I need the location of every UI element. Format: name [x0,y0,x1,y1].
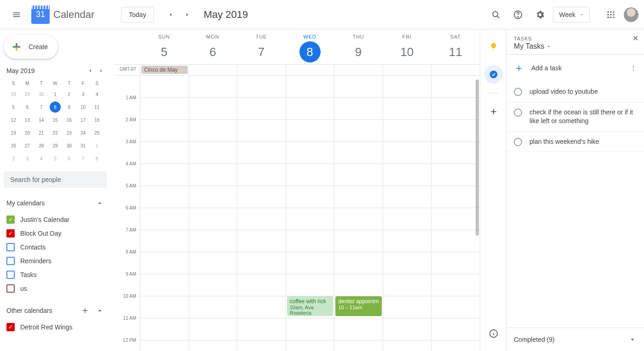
mini-day-cell[interactable]: 28 [36,140,47,151]
allday-cell[interactable] [286,65,334,75]
search-icon[interactable] [487,6,505,24]
calendar-checkbox[interactable]: ✓ [6,323,15,331]
allday-cell[interactable] [431,65,480,75]
day-header[interactable]: THU9 [334,29,383,64]
mini-day-cell[interactable]: 3 [22,153,33,164]
main-menu-button[interactable] [6,4,28,26]
task-item[interactable]: upload video to youtube [506,82,644,102]
create-button[interactable]: Create [4,35,58,59]
mini-day-cell[interactable]: 12 [8,114,19,125]
mini-day-cell[interactable]: 19 [8,127,19,138]
mini-day-cell[interactable]: 27 [22,140,33,151]
tasks-icon[interactable] [484,65,503,84]
allday-cell[interactable] [383,65,431,75]
calendar-item[interactable]: ✓Detroit Red Wings [4,320,107,334]
calendar-item[interactable]: us [4,282,107,295]
mini-day-cell[interactable]: 23 [63,127,75,138]
mini-day-cell[interactable]: 3 [78,89,89,100]
mini-day-cell[interactable]: 5 [8,102,19,113]
mini-day-cell[interactable]: 8 [50,102,61,113]
day-header[interactable]: TUE7 [237,29,286,64]
calendar-checkbox[interactable] [6,284,15,293]
day-column[interactable] [383,76,431,351]
add-addon-icon[interactable] [484,102,503,121]
mini-day-cell[interactable]: 11 [92,102,103,113]
calendar-event[interactable]: coffee with rick10am, Ava Roasteria [287,296,334,316]
mini-day-cell[interactable]: 6 [22,102,33,113]
mini-day-cell[interactable]: 29 [50,140,61,151]
task-menu-icon[interactable]: ⋮ [630,64,637,72]
allday-cell[interactable] [237,65,286,75]
calendar-checkbox[interactable] [6,243,15,251]
allday-cell[interactable]: Cinco de May [140,65,189,75]
day-header[interactable]: MON6 [189,29,237,64]
day-column[interactable] [237,76,286,351]
mini-day-cell[interactable]: 30 [63,140,75,151]
mini-day-cell[interactable]: 4 [92,89,103,100]
task-complete-radio[interactable] [514,138,522,146]
next-week-button[interactable] [180,7,195,22]
account-avatar[interactable] [624,7,638,22]
mini-day-cell[interactable]: 28 [8,89,19,100]
day-column[interactable] [431,76,480,351]
add-task-button[interactable]: ＋ Add a task ⋮ [506,55,644,82]
today-button[interactable]: Today [121,7,154,23]
mini-day-cell[interactable]: 6 [63,153,75,164]
mini-day-cell[interactable]: 9 [63,102,75,113]
mini-day-cell[interactable]: 1 [92,140,103,151]
calendar-item[interactable]: Tasks [4,268,107,282]
mini-day-cell[interactable]: 24 [78,127,89,138]
mini-day-cell[interactable]: 1 [50,89,61,100]
mini-day-cell[interactable]: 15 [50,114,61,125]
mini-day-cell[interactable]: 14 [36,114,47,125]
calendar-checkbox[interactable] [6,271,15,279]
mini-day-cell[interactable]: 26 [8,140,19,151]
mini-day-cell[interactable]: 4 [36,153,47,164]
help-icon[interactable] [509,6,527,24]
mini-day-cell[interactable]: 7 [78,153,89,164]
settings-icon[interactable] [531,6,549,24]
mini-next-month[interactable] [98,68,104,74]
mini-day-cell[interactable]: 13 [22,114,33,125]
calendar-checkbox[interactable] [6,257,15,265]
apps-grid-icon[interactable] [602,6,620,24]
day-column[interactable]: coffee with rick10am, Ava Roasteria [286,76,334,351]
mini-day-cell[interactable]: 29 [22,89,33,100]
calendar-item[interactable]: Reminders [4,254,107,268]
info-icon[interactable] [484,324,503,343]
day-header[interactable]: FRI10 [383,29,431,64]
keep-icon[interactable] [484,38,503,56]
calendar-item[interactable]: Contacts [4,240,107,254]
day-column[interactable] [140,76,189,351]
mini-day-cell[interactable]: 7 [36,102,47,113]
task-item[interactable]: plan this weekend's hike [506,132,644,153]
prev-week-button[interactable] [163,7,178,22]
calendar-checkbox[interactable]: ✓ [6,229,15,238]
day-header[interactable]: WED8 [286,29,334,64]
mini-day-cell[interactable]: 8 [92,153,103,164]
mini-day-cell[interactable]: 30 [36,89,47,100]
allday-cell[interactable] [334,65,383,75]
tasks-list-selector[interactable]: My Tasks [514,42,637,51]
scrollbar[interactable] [476,79,479,236]
view-selector[interactable]: Week [553,7,590,23]
calendar-checkbox[interactable]: ✓ [6,215,15,224]
mini-day-cell[interactable]: 18 [92,114,103,125]
day-column[interactable] [189,76,237,351]
calendar-event[interactable]: dentist appointment10 – 11am [335,296,382,316]
mini-day-cell[interactable]: 20 [22,127,33,138]
day-header[interactable]: SAT11 [431,29,480,64]
mini-day-cell[interactable]: 16 [63,114,75,125]
mini-day-cell[interactable]: 17 [78,114,89,125]
day-header[interactable]: SUN5 [140,29,189,64]
mini-day-cell[interactable]: 31 [78,140,89,151]
task-complete-radio[interactable] [514,108,522,117]
task-item[interactable]: check if the ocean is still there or if … [506,102,644,132]
calendar-item[interactable]: ✓Block Out Day [4,226,107,240]
completed-toggle[interactable]: Completed (9) [506,328,644,351]
mini-day-cell[interactable]: 25 [92,127,103,138]
day-column[interactable]: dentist appointment10 – 11am [334,76,383,351]
calendar-item[interactable]: ✓Justin's Calendar [4,213,107,226]
my-calendars-toggle[interactable]: My calendars [4,197,107,209]
add-calendar-icon[interactable] [81,306,89,315]
